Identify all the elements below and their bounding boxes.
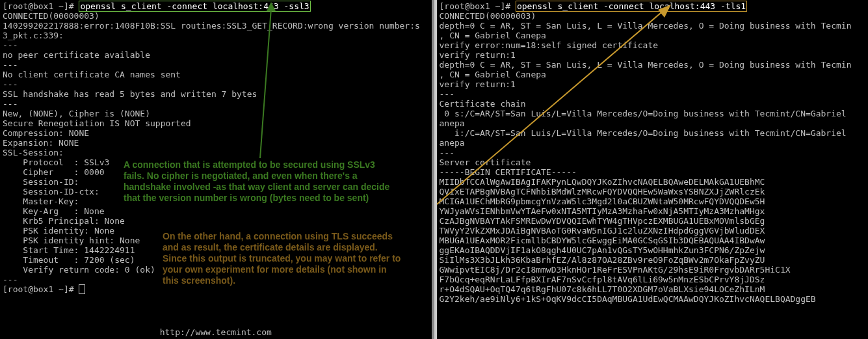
prompt-line-left: [root@box1 ~]# openssl s_client -connect… (3, 1, 429, 11)
left-output-2: 3_pkt.c:339: (3, 31, 429, 40)
left-output-8: SSL handshake has read 5 bytes and writt… (3, 89, 429, 99)
right-output-9: Certificate chain (440, 99, 866, 109)
left-output-0: CONNECTED(00000003) (3, 11, 429, 21)
command-ssl3: openssl s_client -connect localhost:443 … (79, 1, 310, 12)
right-terminal-pane[interactable]: [root@box1 ~]# openssl s_client -connect… (434, 0, 869, 339)
right-output-24: ggEKAoIBAQDDVjIF1akO8qgh4U0UC7pAn1vQGsTY… (440, 245, 866, 255)
right-output-5: depth=0 C = AR, ST = San Luis, L = Villa… (440, 60, 866, 70)
right-output-25: SiIlMs3X3bJLkh36KbaBrhfEZ/Al8z87OA28ZBv9… (440, 255, 866, 265)
left-output-5: --- (3, 60, 429, 70)
right-output-3: verify error:num=18:self signed certific… (440, 40, 866, 50)
right-output-17: MIIDbTCCAlWgAwIBAgIFAKPynLQwDQYJKoZIhvcN… (440, 177, 866, 187)
right-output-6: , CN = Gabriel Canepa (440, 70, 866, 79)
right-output-10: 0 s:/C=AR/ST=San Luis/L=Villa Mercedes/O… (440, 109, 866, 118)
terminal-container: [root@box1 ~]# openssl s_client -connect… (0, 0, 868, 339)
right-output-13: anepa (440, 138, 866, 148)
right-output-28: r+O4dSQAU+OqTQ47q6tRgFhU07c8k6hLL7T0O2XD… (440, 284, 866, 294)
right-output-23: MBUGA1UEAxMOR2FicmllbCBDYW5lcGEwggEiMA0G… (440, 236, 866, 245)
left-output-14: SSL-Session: (3, 148, 429, 157)
right-output-20: YWJyaWVsIENhbmVwYTAeFw0xNTA5MTIyMzA3Mzha… (440, 206, 866, 216)
right-output-26: GWwipvtEIC8j/Dr2cI8mmwD3HknHOr1ReFrESVPn… (440, 265, 866, 275)
right-output-18: QVIxETAPBgNVBAgTCFNhbiBMdWlzMRcwFQYDVQQH… (440, 187, 866, 197)
prompt-right: [root@box1 ~]# (440, 1, 516, 11)
left-output-10: New, (NONE), Cipher is (NONE) (3, 109, 429, 118)
right-output-8: --- (440, 89, 866, 99)
cursor-icon (79, 284, 85, 294)
right-output-4: verify return:1 (440, 50, 866, 60)
right-output-14: --- (440, 148, 866, 157)
right-output-11: anepa (440, 118, 866, 128)
right-output-16: -----BEGIN CERTIFICATE----- (440, 167, 866, 177)
right-output-27: F7bQcq+eqRNrLaLFfpBXIrAF7nSvCcfpl8tAVq6l… (440, 275, 866, 284)
left-output-13: Expansion: NONE (3, 138, 429, 148)
left-output-12: Compression: NONE (3, 128, 429, 138)
prompt-left: [root@box1 ~]# (3, 1, 79, 11)
annotation-ssl-fail: A connection that is attempted to be sec… (124, 159, 397, 204)
command-tls1: openssl s_client -connect localhost:443 … (516, 1, 747, 12)
right-output-0: CONNECTED(00000003) (440, 11, 866, 21)
left-output-21: Krb5 Principal: None (3, 216, 429, 226)
source-url: http://www.tecmint.com (0, 327, 432, 337)
prompt-bottom-text: [root@box1 ~]# (3, 284, 79, 294)
right-output-19: MCIGA1UEChMbRG9pbmcgYnVzaW5lc3Mgd2l0aCBU… (440, 197, 866, 206)
left-output-11: Secure Renegotiation IS NOT supported (3, 118, 429, 128)
left-output-20: Key-Arg : None (3, 206, 429, 216)
right-output-7: verify return:1 (440, 79, 866, 89)
right-output-21: CzAJBgNVBAYTAkFSMREwDwYDVQQIEwhTYW4gTHVp… (440, 216, 866, 226)
left-output-9: --- (3, 99, 429, 109)
right-output-22: TWVyY2VkZXMxJDAiBgNVBAoTG0RvaW5nIGJ1c2lu… (440, 226, 866, 236)
left-output-4: no peer certificate available (3, 50, 429, 60)
left-terminal-pane[interactable]: [root@box1 ~]# openssl s_client -connect… (0, 0, 434, 339)
right-output-29: G2Y2keh/ae9iNly6+1kS+OqKV9dcCI5DAqMBUGA1… (440, 294, 866, 304)
left-output-1: 140299202217888:error:1408F10B:SSL routi… (3, 21, 429, 31)
left-output-3: --- (3, 40, 429, 50)
right-output-12: i:/C=AR/ST=San Luis/L=Villa Mercedes/O=D… (440, 128, 866, 138)
annotation-tls-ok: On the other hand, a connection using TL… (163, 231, 403, 286)
right-output-15: Server certificate (440, 157, 866, 167)
right-output-2: , CN = Gabriel Canepa (440, 31, 866, 40)
right-output-1: depth=0 C = AR, ST = San Luis, L = Villa… (440, 21, 866, 31)
prompt-line-right: [root@box1 ~]# openssl s_client -connect… (440, 1, 866, 11)
left-output-7: --- (3, 79, 429, 89)
left-output-6: No client certificate CA names sent (3, 70, 429, 79)
